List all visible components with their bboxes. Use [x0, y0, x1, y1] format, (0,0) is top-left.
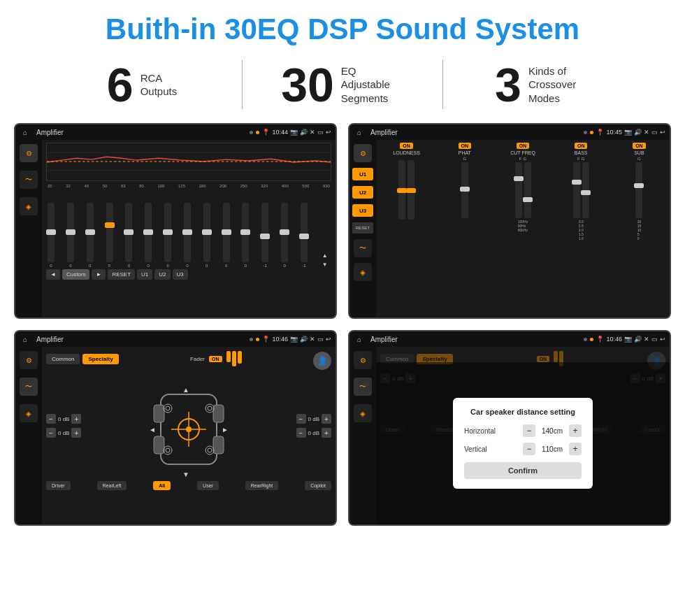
- fader-on-btn[interactable]: ON: [209, 356, 222, 362]
- slider-6[interactable]: 0: [145, 203, 152, 268]
- slider-12[interactable]: -1: [261, 203, 268, 268]
- location-icon-3: 📍: [262, 336, 270, 343]
- slider-14[interactable]: -1: [301, 203, 308, 268]
- back-icon-4[interactable]: ↩: [660, 336, 665, 343]
- slider-11[interactable]: 0: [242, 203, 249, 268]
- svg-point-13: [166, 406, 170, 410]
- slider-4[interactable]: 5: [106, 203, 113, 268]
- lrdb-plus[interactable]: +: [71, 428, 81, 438]
- u2-side-btn[interactable]: U2: [352, 186, 373, 199]
- lfdb-minus[interactable]: −: [46, 414, 56, 424]
- sub-toggle[interactable]: ON: [633, 143, 646, 149]
- copilot-btn[interactable]: Copilot: [305, 481, 331, 490]
- profile-icon[interactable]: 👤: [313, 352, 331, 370]
- common-tab[interactable]: Common: [46, 354, 80, 364]
- ch-loudness: ON LOUDNESS: [379, 143, 434, 315]
- svg-point-16: [164, 446, 172, 454]
- lfdb-plus[interactable]: +: [71, 414, 81, 424]
- sidebar-eq-icon[interactable]: ⚙: [20, 144, 38, 162]
- rrdb-plus[interactable]: +: [322, 428, 331, 438]
- loudness-slider-2[interactable]: [408, 160, 414, 220]
- fader-slider-2[interactable]: [232, 351, 236, 366]
- cutfreq-slider-1[interactable]: [515, 162, 522, 218]
- screen3-bottom-btns: Driver RearLeft All User RearRight Copil…: [46, 481, 331, 490]
- rrdb-minus[interactable]: −: [296, 428, 306, 438]
- phat-toggle[interactable]: ON: [459, 143, 472, 149]
- home-icon[interactable]: ⌂: [20, 127, 31, 138]
- u3-side-btn[interactable]: U3: [352, 204, 373, 217]
- slider-5[interactable]: 0: [125, 203, 132, 268]
- screen4-body: ⚙ 〜 ◈ Common Specialty ON: [349, 347, 670, 524]
- screen1-eq: ⌂ Amplifier 📍 10:44 📷 🔊 ✕ ▭ ↩ ⚙ 〜 ◈: [14, 123, 337, 319]
- cutfreq-slider-2[interactable]: [524, 162, 531, 218]
- slider-10[interactable]: 0: [223, 203, 230, 268]
- slider-13[interactable]: 0: [281, 203, 288, 268]
- sidebar-wave-icon-3[interactable]: 〜: [20, 378, 38, 396]
- user-btn[interactable]: User: [197, 481, 219, 490]
- status-dot-2: [256, 131, 259, 134]
- sidebar-eq-icon-3[interactable]: ⚙: [20, 351, 38, 369]
- slider-2[interactable]: 0: [67, 203, 74, 268]
- loudness-slider-1[interactable]: [398, 160, 405, 220]
- sidebar-speaker-icon-2[interactable]: ◈: [354, 263, 372, 281]
- custom-btn[interactable]: Custom: [62, 269, 90, 280]
- sidebar-wave-icon[interactable]: 〜: [20, 171, 38, 189]
- sidebar-speaker-icon[interactable]: ◈: [20, 197, 38, 215]
- home-icon-3[interactable]: ⌂: [20, 334, 31, 345]
- horizontal-plus-btn[interactable]: +: [569, 424, 582, 437]
- u3-btn[interactable]: U3: [173, 269, 188, 280]
- fader-row: Fader ON: [190, 351, 241, 366]
- play-btn[interactable]: ►: [92, 269, 106, 280]
- horizontal-minus-btn[interactable]: −: [523, 424, 535, 437]
- reset-btn[interactable]: RESET: [108, 269, 135, 280]
- reset-side-btn[interactable]: RESET: [352, 222, 373, 234]
- slider-7[interactable]: 0: [164, 203, 171, 268]
- u1-side-btn[interactable]: U1: [352, 168, 373, 180]
- location-icon: 📍: [262, 129, 270, 136]
- sidebar-speaker-icon-4[interactable]: ◈: [354, 404, 372, 422]
- rfdb-minus[interactable]: −: [296, 414, 306, 424]
- location-icon-4: 📍: [596, 336, 604, 343]
- lrdb-minus[interactable]: −: [46, 428, 56, 438]
- bass-slider-1[interactable]: [573, 162, 580, 218]
- sidebar-eq-icon-2[interactable]: ⚙: [354, 144, 372, 162]
- back-icon-3[interactable]: ↩: [326, 336, 331, 343]
- rfdb-plus[interactable]: +: [322, 414, 331, 424]
- vertical-plus-btn[interactable]: +: [569, 443, 582, 455]
- eq-controls: ◄ Custom ► RESET U1 U2 U3: [46, 269, 331, 280]
- slider-3[interactable]: 0: [87, 203, 94, 268]
- home-icon-2[interactable]: ⌂: [354, 127, 365, 138]
- sidebar-wave-icon-2[interactable]: 〜: [354, 239, 372, 257]
- cutfreq-toggle[interactable]: ON: [517, 143, 530, 149]
- sidebar-eq-icon-4[interactable]: ⚙: [354, 351, 372, 369]
- u2-btn[interactable]: U2: [154, 269, 170, 280]
- sidebar-wave-icon-4[interactable]: 〜: [354, 378, 372, 396]
- home-icon-4[interactable]: ⌂: [354, 334, 365, 345]
- back-icon[interactable]: ↩: [326, 129, 331, 136]
- slider-1[interactable]: 0: [48, 203, 55, 268]
- all-btn[interactable]: All: [153, 481, 171, 490]
- screen1-statusbar: ⌂ Amplifier 📍 10:44 📷 🔊 ✕ ▭ ↩: [15, 124, 336, 140]
- driver-btn[interactable]: Driver: [46, 481, 71, 490]
- screen2-sidebar: ⚙ U1 U2 U3 RESET 〜 ◈: [349, 140, 376, 317]
- rearleft-btn[interactable]: RearLeft: [97, 481, 127, 490]
- vertical-minus-btn[interactable]: −: [523, 443, 535, 455]
- back-icon-2[interactable]: ↩: [660, 129, 665, 136]
- specialty-tab[interactable]: Specialty: [82, 354, 118, 364]
- prev-btn[interactable]: ◄: [46, 269, 60, 280]
- fader-slider-3[interactable]: [238, 351, 242, 364]
- screen3-time: 10:46: [272, 336, 288, 343]
- sidebar-speaker-icon-3[interactable]: ◈: [20, 404, 38, 422]
- phat-slider[interactable]: [461, 162, 468, 218]
- screen3-title: Amplifier: [36, 336, 247, 343]
- rearright-btn[interactable]: RearRight: [245, 481, 279, 490]
- slider-8[interactable]: 0: [184, 203, 191, 268]
- fader-slider-1[interactable]: [226, 351, 231, 362]
- slider-9[interactable]: 0: [203, 203, 210, 268]
- bass-toggle[interactable]: ON: [575, 143, 588, 149]
- confirm-button[interactable]: Confirm: [464, 462, 582, 479]
- loudness-toggle[interactable]: ON: [400, 143, 413, 149]
- sub-slider[interactable]: [635, 162, 642, 218]
- u1-btn[interactable]: U1: [137, 269, 152, 280]
- bass-slider-2[interactable]: [582, 162, 589, 218]
